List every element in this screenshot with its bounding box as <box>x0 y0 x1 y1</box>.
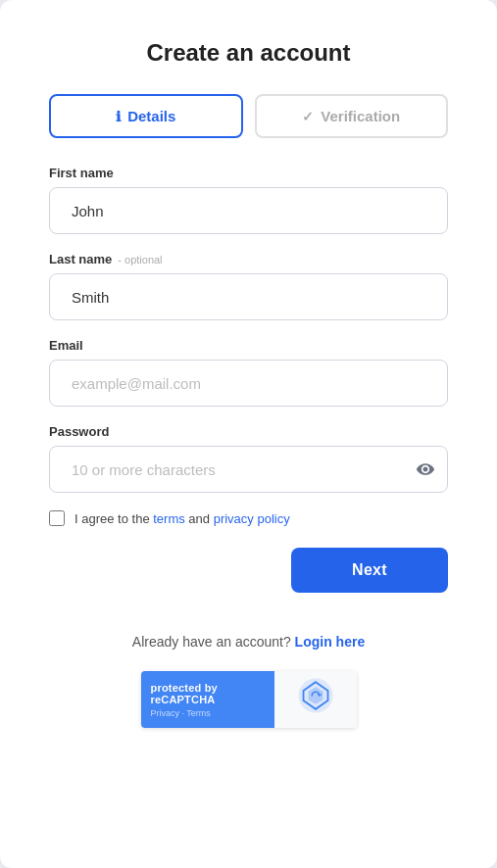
tab-details[interactable]: ℹ Details <box>49 94 243 138</box>
recaptcha-links: Privacy · Terms <box>151 708 266 718</box>
tab-details-label: Details <box>127 108 175 124</box>
recaptcha-badge: protected by reCAPTCHA Privacy · Terms <box>141 671 357 728</box>
check-icon: ✓ <box>302 109 314 124</box>
terms-link[interactable]: terms <box>153 511 185 526</box>
toggle-password-button[interactable] <box>416 459 435 479</box>
recaptcha-right <box>274 671 356 728</box>
recaptcha-left: protected by reCAPTCHA Privacy · Terms <box>141 671 275 728</box>
terms-label[interactable]: I agree to the terms and privacy policy <box>75 511 290 526</box>
last-name-group: Last name - optional <box>49 252 448 320</box>
page-title: Create an account <box>146 39 350 67</box>
password-input[interactable] <box>72 461 416 478</box>
login-prompt: Already have an account? Login here <box>132 634 365 650</box>
terms-checkbox[interactable] <box>49 510 65 526</box>
last-name-input[interactable] <box>72 289 435 306</box>
tabs: ℹ Details ✓ Verification <box>49 94 448 138</box>
tab-verification-label: Verification <box>321 108 400 124</box>
password-group: Password <box>49 424 448 493</box>
last-name-input-wrapper <box>49 273 448 320</box>
privacy-policy-link[interactable]: privacy policy <box>214 511 290 526</box>
email-label: Email <box>49 338 448 353</box>
terms-row: I agree to the terms and privacy policy <box>49 510 448 526</box>
first-name-input-wrapper <box>49 187 448 234</box>
recaptcha-logo-icon <box>296 676 335 723</box>
email-group: Email <box>49 338 448 407</box>
login-link[interactable]: Login here <box>295 634 366 650</box>
next-button[interactable]: Next <box>291 548 448 593</box>
recaptcha-text: protected by reCAPTCHA <box>151 682 266 705</box>
first-name-label: First name <box>49 166 448 180</box>
last-name-label: Last name - optional <box>49 252 448 266</box>
first-name-group: First name <box>49 166 448 234</box>
info-icon: ℹ <box>116 109 121 124</box>
email-input-wrapper <box>49 360 448 407</box>
first-name-input[interactable] <box>72 203 435 219</box>
recaptcha-privacy-link[interactable]: Privacy <box>151 708 180 718</box>
password-input-wrapper <box>49 446 448 493</box>
email-input[interactable] <box>72 375 435 392</box>
optional-badge: - optional <box>118 254 162 265</box>
password-label: Password <box>49 424 448 439</box>
card: Create an account ℹ Details ✓ Verificati… <box>0 0 497 868</box>
recaptcha-terms-link[interactable]: Terms <box>186 708 211 718</box>
tab-verification[interactable]: ✓ Verification <box>255 94 449 138</box>
